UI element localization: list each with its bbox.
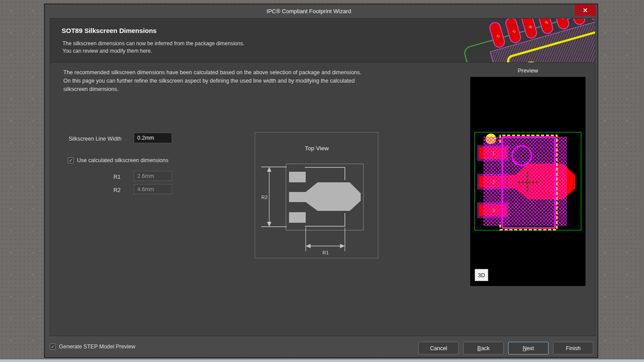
pad-1 <box>289 172 306 182</box>
line-width-input[interactable] <box>134 133 172 143</box>
r1-dimension <box>306 228 345 251</box>
silkscreen-bottom-bracket <box>305 213 345 226</box>
checkmark-icon: ✓ <box>51 344 55 349</box>
page-description-line2: You can review and modify them here. <box>62 47 245 55</box>
window-title: IPC® Compliant Footprint Wizard <box>45 8 573 14</box>
r2-dim-label: R2 <box>261 195 267 200</box>
3d-toggle-button[interactable]: 3D <box>475 269 488 281</box>
pad-3 <box>289 212 306 223</box>
preview-canvas[interactable]: 1 2 3 3D <box>470 77 585 286</box>
r1-input[interactable] <box>134 171 172 181</box>
tab-pad <box>306 182 361 211</box>
r1-dim-label: R1 <box>322 250 329 255</box>
preview-title: Preview <box>470 67 585 74</box>
silkscreen-top-bracket <box>305 167 345 180</box>
page-header: SOT89 Silkscreen Dimensions The silkscre… <box>50 18 595 63</box>
generate-step-label: Generate STEP Model Preview <box>59 344 135 350</box>
r2-label: R2 <box>103 187 121 193</box>
top-view-diagram: Top View <box>255 132 378 258</box>
page-description-line1: The silkscreen dimensions can now be inf… <box>62 40 245 47</box>
r1-label: R1 <box>103 174 121 180</box>
line-width-label: Silkscreen Line Width <box>69 136 121 142</box>
next-button[interactable]: Next <box>508 342 549 355</box>
close-button[interactable]: ✕ <box>575 4 596 16</box>
diagram-title: Top View <box>305 145 329 152</box>
preview-pad-label-2: 2 <box>492 179 495 185</box>
dialog-footer: ✓ Generate STEP Model Preview Cancel Bac… <box>45 336 597 357</box>
intro-line1: The recommended silkscreen dimensions ha… <box>63 69 371 77</box>
cancel-button[interactable]: Cancel <box>418 342 459 355</box>
use-calculated-label: Use calculated silkscreen dimensions <box>77 157 168 163</box>
page-content: The recommended silkscreen dimensions ha… <box>50 63 595 336</box>
use-calculated-checkbox[interactable]: ✓ <box>68 157 74 163</box>
preview-pad-label-1: 1 <box>492 151 495 156</box>
page-title: SOT89 Silkscreen Dimensions <box>62 27 157 34</box>
footprint-wizard-dialog: IPC® Compliant Footprint Wizard ✕ SOT89 … <box>44 4 598 358</box>
back-button[interactable]: Back <box>463 342 504 355</box>
generate-step-row[interactable]: ✓ Generate STEP Model Preview <box>50 344 135 350</box>
checkmark-icon: ✓ <box>69 158 73 163</box>
wizard-page: SOT89 Silkscreen Dimensions The silkscre… <box>50 18 596 336</box>
finish-button[interactable]: Finish <box>553 342 593 355</box>
title-bar[interactable]: IPC® Compliant Footprint Wizard ✕ <box>45 4 597 18</box>
r2-input[interactable] <box>134 184 172 194</box>
status-bar-edge <box>0 359 644 362</box>
pad-2-lead <box>289 192 306 202</box>
intro-line2: On this page you can further refine the … <box>63 77 371 94</box>
close-icon: ✕ <box>583 7 588 14</box>
footprint-artwork-image: 32 31 30 29 28 27 26 25 1 2 <box>462 18 595 62</box>
use-calculated-row[interactable]: ✓ Use calculated silkscreen dimensions <box>68 157 168 163</box>
preview-pad-label-3: 3 <box>492 208 495 213</box>
generate-step-checkbox[interactable]: ✓ <box>50 344 56 350</box>
